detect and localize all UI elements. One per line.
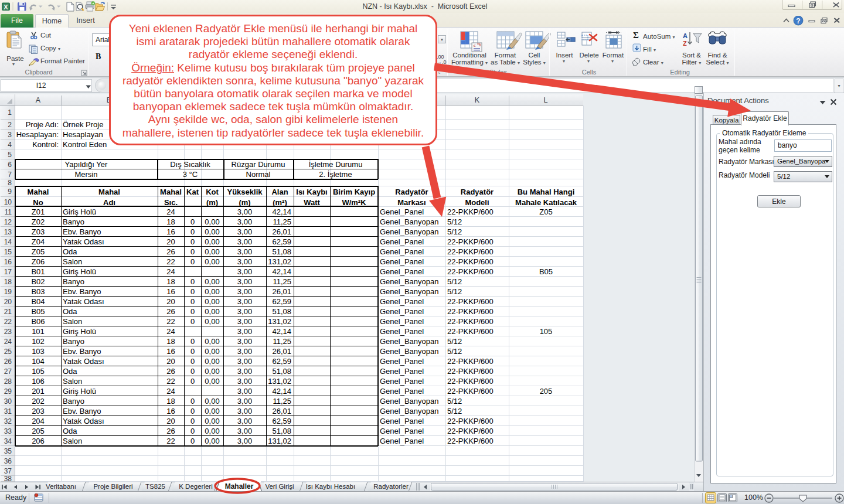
svg-text:22-PKKP/600: 22-PKKP/600 — [447, 247, 494, 256]
svg-text:21: 21 — [4, 308, 12, 316]
svg-text:3,00: 3,00 — [237, 257, 252, 266]
svg-text:0,00: 0,00 — [205, 247, 219, 256]
svg-text:Veritabanı: Veritabanı — [46, 483, 76, 490]
svg-text:0,00: 0,00 — [205, 307, 219, 316]
svg-text:Yatak Odası: Yatak Odası — [63, 237, 104, 246]
svg-text:24: 24 — [166, 327, 175, 336]
svg-text:3,00: 3,00 — [237, 327, 252, 336]
svg-text:0,00: 0,00 — [205, 427, 219, 435]
svg-text:Birim Kayıp: Birim Kayıp — [333, 188, 375, 196]
svg-text:205: 205 — [32, 427, 45, 435]
svg-text:3 °C: 3 °C — [183, 170, 198, 179]
svg-text:11: 11 — [5, 208, 12, 216]
svg-text:24: 24 — [166, 387, 175, 396]
svg-text:104: 104 — [32, 357, 45, 366]
svg-text:7: 7 — [8, 171, 12, 179]
svg-text:Genel_Panel: Genel_Panel — [380, 377, 424, 386]
svg-text:3,00: 3,00 — [237, 437, 252, 445]
svg-text:22: 22 — [166, 377, 175, 386]
svg-text:22-PKKP/600: 22-PKKP/600 — [447, 417, 494, 425]
svg-text:27: 27 — [4, 367, 12, 376]
svg-text:Markası: Markası — [397, 198, 426, 207]
svg-text:22-PKKP/600: 22-PKKP/600 — [447, 357, 494, 366]
svg-text:10: 10 — [4, 198, 12, 206]
svg-text:16: 16 — [4, 258, 12, 266]
svg-text:0: 0 — [190, 307, 195, 316]
svg-text:3,00: 3,00 — [237, 207, 252, 216]
svg-text:18: 18 — [166, 277, 175, 286]
svg-text:Banyo: Banyo — [63, 277, 84, 286]
svg-text:Salon: Salon — [63, 317, 82, 326]
svg-text:18: 18 — [166, 337, 175, 346]
svg-text:Örnek Proje: Örnek Proje — [63, 120, 103, 129]
svg-text:22-PKKP/600: 22-PKKP/600 — [447, 257, 494, 266]
svg-text:3,00: 3,00 — [237, 407, 252, 416]
svg-text:5/12: 5/12 — [447, 397, 462, 406]
svg-text:23: 23 — [4, 328, 12, 336]
svg-text:Genel_Panel: Genel_Panel — [380, 237, 424, 246]
svg-text:3,00: 3,00 — [237, 337, 252, 346]
svg-text:204: 204 — [32, 417, 45, 425]
svg-text:Yükseklik: Yükseklik — [227, 188, 263, 196]
svg-text:Dış Sıcaklık: Dış Sıcaklık — [170, 160, 210, 169]
svg-text:20: 20 — [166, 357, 175, 366]
svg-text:131,02: 131,02 — [268, 257, 291, 266]
svg-text:0,00: 0,00 — [205, 227, 219, 236]
svg-text:3: 3 — [8, 131, 12, 139]
svg-text:62,59: 62,59 — [272, 237, 291, 246]
svg-text:Z05: Z05 — [539, 207, 552, 216]
svg-text:13: 13 — [4, 228, 12, 236]
svg-text:0,00: 0,00 — [205, 297, 219, 306]
svg-text:34: 34 — [4, 437, 12, 445]
svg-text:15: 15 — [4, 248, 12, 256]
svg-text:3,00: 3,00 — [237, 317, 252, 326]
svg-text:22: 22 — [166, 437, 175, 445]
svg-text:Oda: Oda — [63, 247, 77, 256]
svg-text:Hesaplayan:: Hesaplayan: — [16, 130, 59, 139]
svg-text:0: 0 — [190, 347, 195, 356]
svg-text:20: 20 — [166, 417, 175, 425]
svg-text:0: 0 — [190, 357, 195, 366]
svg-text:22-PKKP/600: 22-PKKP/600 — [447, 297, 494, 306]
svg-text:İşletme Durumu: İşletme Durumu — [309, 160, 363, 169]
svg-text:62,59: 62,59 — [272, 417, 291, 425]
svg-text:24: 24 — [4, 338, 12, 346]
svg-text:Kot: Kot — [206, 188, 219, 196]
svg-text:26,01: 26,01 — [272, 227, 291, 236]
svg-text:0: 0 — [190, 427, 195, 435]
svg-text:0: 0 — [190, 377, 195, 386]
svg-text:Yapıldığı Yer: Yapıldığı Yer — [65, 160, 108, 169]
svg-text:Ebv. Banyo: Ebv. Banyo — [63, 287, 101, 296]
svg-text:B06: B06 — [31, 317, 45, 326]
svg-text:22: 22 — [4, 318, 12, 326]
svg-text:Genel_Panel: Genel_Panel — [380, 357, 424, 366]
svg-text:Watt: Watt — [304, 198, 320, 207]
svg-text:25: 25 — [4, 348, 12, 356]
svg-text:Genel_Panel: Genel_Panel — [380, 437, 424, 445]
svg-text:(m): (m) — [239, 198, 250, 207]
svg-text:18: 18 — [166, 217, 175, 226]
svg-text:22-PKKP/600: 22-PKKP/600 — [447, 237, 494, 246]
svg-text:3,00: 3,00 — [237, 377, 252, 386]
svg-text:Banyo: Banyo — [63, 397, 84, 406]
svg-text:Genel_Banyopan: Genel_Banyopan — [380, 217, 438, 226]
svg-text:22: 22 — [166, 317, 175, 326]
svg-text:26: 26 — [166, 247, 175, 256]
svg-text:Sıc.: Sıc. — [164, 198, 178, 207]
svg-text:5/12: 5/12 — [447, 337, 462, 346]
svg-text:22-PKKP/600: 22-PKKP/600 — [447, 387, 494, 396]
svg-text:105: 105 — [540, 327, 553, 336]
svg-text:26,01: 26,01 — [272, 287, 291, 296]
svg-text:20: 20 — [166, 237, 175, 246]
svg-text:1: 1 — [8, 108, 12, 117]
svg-text:Genel_Panel: Genel_Panel — [380, 307, 424, 316]
svg-text:0: 0 — [190, 217, 195, 226]
svg-text:Genel_Panel: Genel_Panel — [380, 207, 424, 216]
svg-text:3,00: 3,00 — [237, 417, 252, 425]
svg-text:4: 4 — [8, 141, 12, 149]
svg-text:26: 26 — [166, 367, 175, 376]
svg-text:22-PKKP/600: 22-PKKP/600 — [447, 317, 494, 326]
svg-text:0,00: 0,00 — [205, 437, 219, 445]
svg-text:131,02: 131,02 — [268, 317, 291, 326]
svg-text:8: 8 — [8, 179, 12, 187]
